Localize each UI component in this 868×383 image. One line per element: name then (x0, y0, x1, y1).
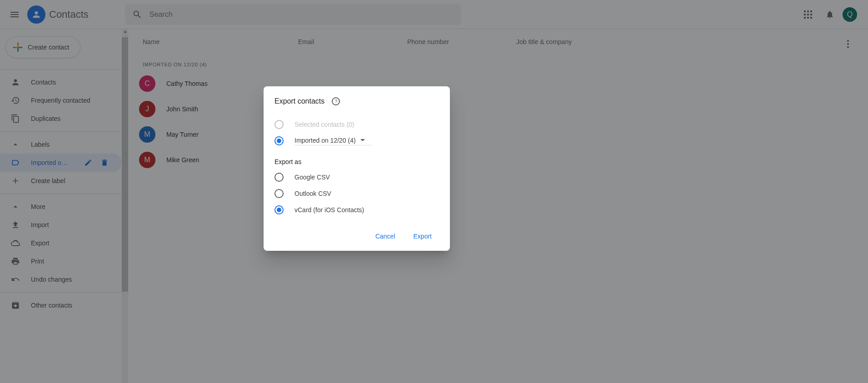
chevron-down-icon (360, 139, 365, 141)
radio-icon (274, 205, 284, 214)
help-icon[interactable]: ? (332, 97, 340, 105)
cancel-button[interactable]: Cancel (368, 229, 403, 244)
radio-label: vCard (for iOS Contacts) (294, 206, 364, 214)
source-dropdown[interactable]: Imported on 12/20 (4) (294, 137, 372, 145)
export-as-heading: Export as (274, 158, 439, 165)
radio-icon (274, 173, 284, 182)
radio-google-csv[interactable]: Google CSV (274, 169, 439, 185)
radio-label: Google CSV (294, 174, 330, 181)
export-dialog: Export contacts ? Selected contacts (0) … (264, 86, 450, 251)
radio-selected-contacts: Selected contacts (0) (274, 116, 439, 133)
radio-outlook-csv[interactable]: Outlook CSV (274, 185, 439, 202)
radio-icon (274, 189, 284, 198)
radio-imported-contacts[interactable]: Imported on 12/20 (4) (274, 133, 439, 149)
radio-label: Selected contacts (0) (294, 121, 354, 128)
radio-vcard[interactable]: vCard (for iOS Contacts) (274, 202, 439, 218)
radio-icon (274, 136, 284, 145)
dialog-title: Export contacts (274, 97, 324, 105)
export-button[interactable]: Export (406, 229, 439, 244)
radio-icon (274, 120, 284, 129)
radio-label: Outlook CSV (294, 190, 331, 197)
radio-label: Imported on 12/20 (4) (294, 137, 356, 144)
